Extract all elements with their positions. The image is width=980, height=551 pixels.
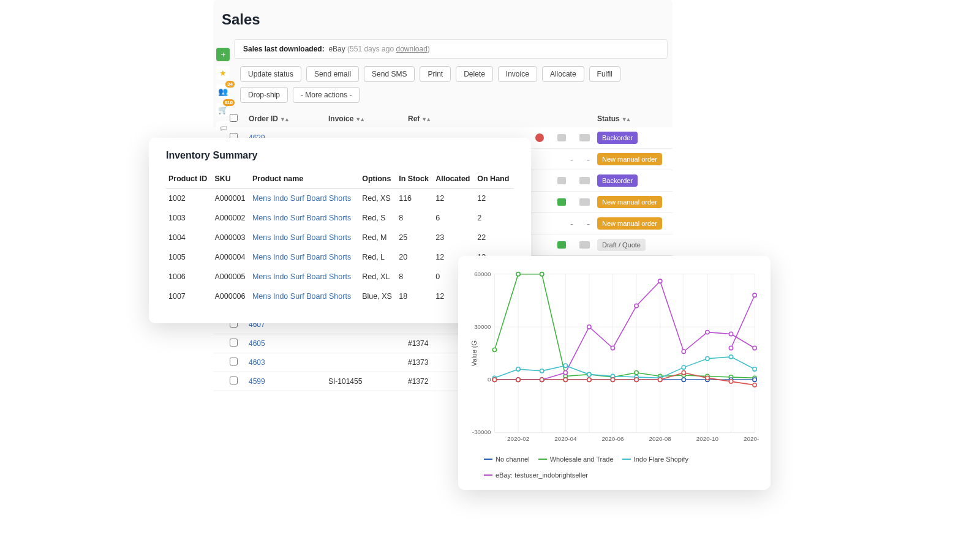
product-link[interactable]: Mens Indo Surf Board Shorts — [252, 233, 351, 242]
svg-point-46 — [658, 279, 662, 283]
invoice-cell: SI-101455 — [328, 377, 408, 386]
svg-point-61 — [682, 365, 685, 369]
product-link[interactable]: Mens Indo Surf Board Shorts — [252, 194, 351, 203]
col-order[interactable]: Order ID — [249, 114, 278, 123]
svg-point-76 — [753, 378, 756, 381]
col-invoice[interactable]: Invoice — [328, 114, 353, 123]
product-link[interactable]: Mens Indo Surf Board Shorts — [252, 253, 351, 261]
last-meta-suffix: ) — [428, 45, 430, 53]
options-cell: Red, S — [360, 208, 396, 228]
last-channel: eBay — [328, 45, 345, 53]
svg-point-47 — [682, 350, 685, 353]
svg-text:60000: 60000 — [474, 271, 491, 277]
svg-point-79 — [540, 378, 544, 381]
toolbar-button[interactable]: Delete — [456, 66, 493, 82]
inventory-col: SKU — [212, 170, 250, 189]
svg-text:2020-04: 2020-04 — [554, 435, 577, 442]
svg-point-63 — [729, 355, 733, 359]
svg-point-28 — [516, 272, 520, 276]
legend-label: eBay: testuser_indobrightseller — [496, 471, 588, 479]
inventory-col: Product ID — [166, 170, 212, 189]
svg-point-50 — [753, 346, 756, 350]
legend-item[interactable]: Wholesale and Trade — [538, 455, 614, 463]
sidebar-cart-button[interactable]: 🛒610 — [216, 103, 230, 116]
col-status[interactable]: Status — [597, 114, 620, 123]
truck-icon — [579, 134, 590, 141]
alert-icon — [535, 133, 544, 142]
box-icon: - — [570, 219, 573, 229]
svg-text:30000: 30000 — [474, 323, 491, 330]
mini-sidebar: ＋★👥34🛒610🏷 — [214, 48, 232, 135]
legend-swatch-line — [538, 459, 547, 460]
toolbar-button[interactable]: Update status — [240, 66, 301, 82]
toolbar-button[interactable]: Drop-ship — [240, 87, 288, 103]
svg-text:0: 0 — [488, 376, 491, 383]
legend-item[interactable]: Indo Flare Shopify — [622, 455, 688, 463]
legend-label: No channel — [496, 455, 530, 463]
order-link[interactable]: 4603 — [249, 358, 265, 367]
options-cell: Red, L — [360, 247, 396, 267]
toolbar-button[interactable]: - More actions - — [293, 87, 360, 103]
truck-icon — [579, 198, 590, 206]
instock-cell: 20 — [396, 247, 433, 267]
sku-cell: A000006 — [212, 287, 250, 306]
toolbar-button[interactable]: Send SMS — [364, 66, 415, 82]
badge-count: 34 — [225, 81, 235, 88]
svg-point-42 — [564, 371, 567, 375]
svg-point-85 — [682, 371, 685, 375]
line-chart: -30000030000600002020-022020-042020-0620… — [469, 267, 760, 451]
sidebar-star-button[interactable]: ★ — [216, 66, 230, 80]
svg-point-51 — [729, 346, 733, 350]
last-meta-prefix: (551 days ago — [347, 45, 396, 53]
truck-icon: - — [587, 219, 590, 229]
sku-cell: A000003 — [212, 228, 250, 247]
toolbar: Update statusSend emailSend SMSPrintDele… — [240, 66, 668, 103]
svg-point-88 — [753, 383, 756, 387]
legend-item[interactable]: eBay: testuser_indobrightseller — [484, 471, 588, 479]
toolbar-button[interactable]: Send email — [306, 66, 359, 82]
inventory-col: On Hand — [475, 170, 514, 189]
svg-point-54 — [516, 367, 520, 371]
legend-item[interactable]: No channel — [484, 455, 530, 463]
onhand-cell: 22 — [475, 228, 514, 247]
toolbar-button[interactable]: Allocate — [542, 66, 584, 82]
col-ref[interactable]: Ref — [408, 114, 420, 123]
svg-point-62 — [706, 357, 709, 361]
box-icon — [557, 241, 566, 249]
svg-point-44 — [611, 346, 614, 350]
product-link[interactable]: Mens Indo Surf Board Shorts — [252, 272, 351, 281]
allocated-cell: 12 — [433, 189, 475, 209]
svg-point-81 — [587, 378, 591, 381]
sales-header: Order ID▼▲ Invoice▼▲ Ref▼▲ Status▼▲ — [213, 110, 673, 127]
status-badge: New manual order — [597, 153, 662, 165]
instock-cell: 8 — [396, 267, 433, 287]
row-checkbox[interactable] — [230, 377, 238, 384]
product-link[interactable]: Mens Indo Surf Board Shorts — [252, 214, 351, 222]
toolbar-button[interactable]: Invoice — [498, 66, 537, 82]
toolbar-button[interactable]: Fulfil — [589, 66, 620, 82]
order-link[interactable]: 4599 — [249, 377, 265, 386]
row-checkbox[interactable] — [230, 339, 238, 347]
svg-point-57 — [587, 372, 591, 376]
order-link[interactable]: 4605 — [249, 339, 265, 348]
inventory-row: 1003A000002Mens Indo Surf Board ShortsRe… — [166, 208, 514, 228]
svg-point-84 — [658, 378, 662, 381]
sku-cell: A000001 — [212, 189, 250, 209]
instock-cell: 8 — [396, 208, 433, 228]
onhand-cell: 2 — [475, 208, 514, 228]
sidebar-tag-button[interactable]: 🏷 — [216, 121, 230, 135]
product-link[interactable]: Mens Indo Surf Board Shorts — [252, 292, 351, 301]
toolbar-button[interactable]: Print — [420, 66, 451, 82]
info-bar: Sales last downloaded: eBay (551 days ag… — [234, 39, 668, 59]
download-link[interactable]: download — [396, 45, 427, 53]
row-checkbox[interactable] — [230, 358, 238, 365]
sidebar-plus-button[interactable]: ＋ — [216, 48, 230, 61]
status-badge: New manual order — [597, 217, 662, 230]
onhand-cell: 12 — [475, 189, 514, 209]
legend-swatch-line — [484, 474, 492, 476]
inventory-col: Allocated — [433, 170, 475, 189]
inventory-row: 1002A000001Mens Indo Surf Board ShortsRe… — [166, 189, 514, 209]
box-icon — [557, 134, 566, 141]
chart-legend: No channelWholesale and TradeIndo Flare … — [469, 451, 760, 479]
sidebar-user-button[interactable]: 👥34 — [216, 84, 230, 98]
